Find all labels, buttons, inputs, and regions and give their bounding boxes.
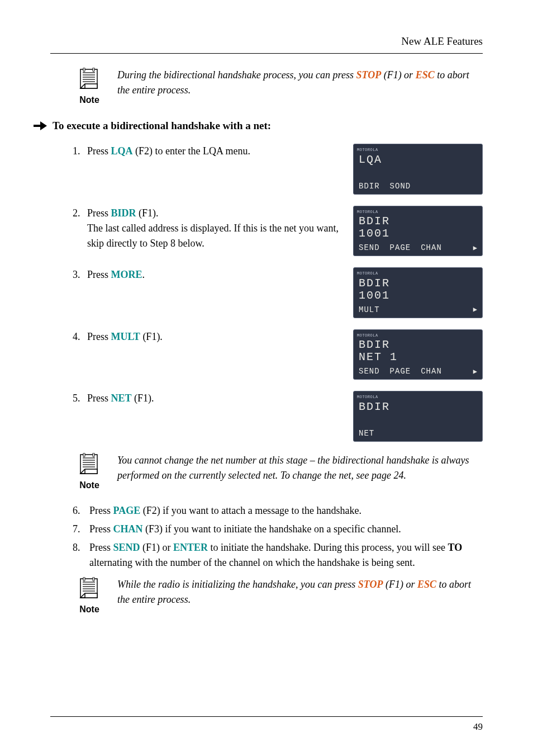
lcd4-soft0: SEND: [359, 366, 380, 377]
note-icon: [77, 453, 102, 478]
step7-post: (F3) if you want to initiate the handsha…: [143, 523, 401, 535]
step4-pre: Press: [87, 331, 111, 342]
lcd4-l2: NET 1: [357, 351, 479, 363]
step8-num: 8.: [73, 540, 89, 570]
note-icon-wrap: Note: [73, 68, 106, 107]
lcd-brand: MOTOROLA: [357, 333, 479, 339]
lcd1-l1: LQA: [357, 154, 479, 166]
step-7: 7. Press CHAN (F3) if you want to initia…: [73, 522, 483, 537]
step3-post: .: [142, 269, 145, 280]
more-triangle-icon: ▶: [473, 367, 478, 377]
step8-key1: SEND: [113, 542, 140, 553]
step8-postb: alternating with the number of the chann…: [89, 557, 415, 568]
svg-rect-7: [93, 68, 94, 72]
lcd-brand: MOTOROLA: [357, 271, 479, 277]
lcd-3: MOTOROLA BDIR 1001 MULT ▶: [353, 267, 483, 318]
note-label: Note: [79, 479, 99, 492]
step1-key: LQA: [111, 145, 133, 157]
lcd2-l2: 1001: [357, 228, 479, 240]
lcd-brand: MOTOROLA: [357, 209, 479, 215]
step-8: 8. Press SEND (F1) or ENTER to initiate …: [73, 540, 483, 570]
step-6: 6. Press PAGE (F2) if you want to attach…: [73, 503, 483, 518]
arrow-right-icon: [34, 121, 47, 130]
more-triangle-icon: ▶: [473, 243, 478, 253]
step7-pre: Press: [89, 523, 113, 535]
step4-post: (F1).: [140, 331, 163, 342]
note-block-1: Note During the bidirectional handshake …: [73, 68, 483, 107]
lcd3-soft: MULT ▶: [357, 304, 479, 316]
lcd-5: MOTOROLA BDIR NET: [353, 391, 483, 442]
step4-key: MULT: [111, 331, 140, 342]
svg-rect-15: [93, 453, 94, 457]
note-block-3: Note While the radio is initializing the…: [73, 577, 483, 616]
lcd3-l2: 1001: [357, 290, 479, 302]
note-icon-wrap: Note: [73, 453, 106, 492]
step6-pre: Press: [89, 505, 113, 516]
step-5: 5.Press NET (F1). MOTOROLA BDIR NET: [73, 391, 483, 442]
lcd-1: MOTOROLA LQA BDIR SOND: [353, 144, 483, 195]
step3-pre: Press: [87, 269, 111, 280]
lcd3-soft0: MULT: [359, 304, 380, 316]
step2-key: BIDR: [111, 207, 136, 219]
step8-key2: ENTER: [173, 542, 208, 553]
lcd1-soft0: BDIR: [359, 181, 380, 192]
note1-mid: (F1) or: [381, 69, 416, 81]
step-4: 4.Press MULT (F1). MOTOROLA BDIR NET 1 S…: [73, 329, 483, 380]
step2-pre: Press: [87, 207, 111, 219]
note-text-1: During the bidirectional handshake proce…: [117, 68, 483, 98]
note-text-2: You cannot change the net number at this…: [117, 453, 483, 483]
step8-posta: to initiate the handshake. During this p…: [208, 542, 448, 553]
heading-text: To execute a bidirectional handshake wit…: [53, 118, 271, 134]
page-number: 49: [473, 720, 483, 734]
step1-num: 1.: [73, 144, 87, 159]
lcd4-soft2: CHAN: [421, 366, 442, 377]
lcd1-soft1: SOND: [390, 181, 411, 192]
header-rule: [50, 53, 483, 54]
lcd3-l1: BDIR: [357, 277, 479, 290]
note-icon-wrap: Note: [73, 577, 106, 616]
lcd5-l1: BDIR: [357, 401, 479, 413]
step2-line2: The last called address is displayed. If…: [73, 221, 345, 251]
step1-pre: Press: [87, 145, 111, 157]
lcd4-soft: SEND PAGE CHAN ▶: [357, 366, 479, 377]
step5-pre: Press: [87, 393, 111, 404]
note-icon: [77, 577, 102, 602]
note-label: Note: [79, 603, 99, 616]
lcd5-soft: NET: [357, 428, 479, 440]
step6-key: PAGE: [113, 505, 141, 516]
lower-steps: 6. Press PAGE (F2) if you want to attach…: [73, 503, 483, 570]
step-1: 1.Press LQA (F2) to enter the LQA menu. …: [73, 144, 483, 195]
more-triangle-icon: ▶: [473, 305, 478, 315]
step8-bold: TO: [448, 542, 462, 553]
footer-rule: [50, 716, 483, 717]
step4-num: 4.: [73, 329, 87, 344]
lcd1-l2: [357, 166, 479, 178]
step7-num: 7.: [73, 522, 89, 537]
step1-post: (F2) to enter the LQA menu.: [133, 145, 250, 157]
lcd5-soft0: NET: [359, 428, 374, 440]
lcd5-l2: [357, 413, 479, 426]
note-label: Note: [79, 93, 99, 107]
lcd2-soft1: PAGE: [390, 242, 411, 254]
svg-rect-14: [83, 453, 85, 457]
note1-esc: ESC: [416, 69, 435, 81]
note-block-2: Note You cannot change the net number at…: [73, 453, 483, 492]
lcd-4: MOTOROLA BDIR NET 1 SEND PAGE CHAN ▶: [353, 329, 483, 380]
step3-num: 3.: [73, 267, 87, 282]
svg-rect-6: [83, 68, 85, 72]
step3-key: MORE: [111, 269, 142, 280]
step5-post: (F1).: [132, 393, 154, 404]
step6-post: (F2) if you want to attach a message to …: [140, 505, 361, 516]
header-title: New ALE Features: [50, 34, 483, 50]
step8-pre: Press: [89, 542, 113, 553]
note3-esc: ESC: [417, 579, 436, 590]
note3-stop: STOP: [358, 579, 383, 590]
step6-num: 6.: [73, 503, 89, 518]
step8-mid: (F1) or: [140, 542, 174, 553]
step-2: 2.Press BIDR (F1). The last called addre…: [73, 206, 483, 257]
note3-pre: While the radio is initializing the hand…: [117, 579, 358, 590]
step5-num: 5.: [73, 391, 87, 406]
note1-stop: STOP: [356, 69, 381, 81]
note-text-3: While the radio is initializing the hand…: [117, 577, 483, 607]
lcd-brand: MOTOROLA: [357, 394, 479, 400]
